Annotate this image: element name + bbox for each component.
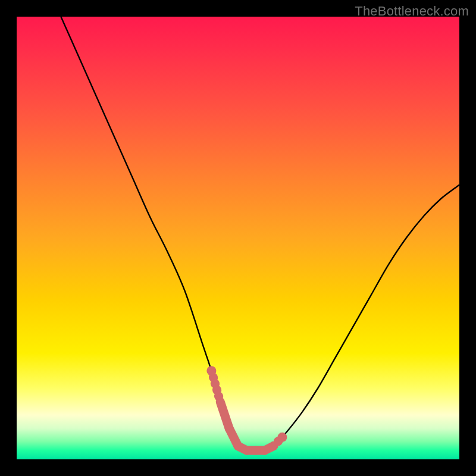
plot-area [17,17,459,459]
marker-segment [211,371,220,402]
marker-dot [206,366,216,375]
marker-group [206,366,287,450]
chart-frame: TheBottleneck.com [0,0,476,476]
bottleneck-curve [61,17,459,451]
marker-dot [277,433,287,442]
watermark-text: TheBottleneck.com [355,4,469,19]
curve-layer [17,17,459,459]
